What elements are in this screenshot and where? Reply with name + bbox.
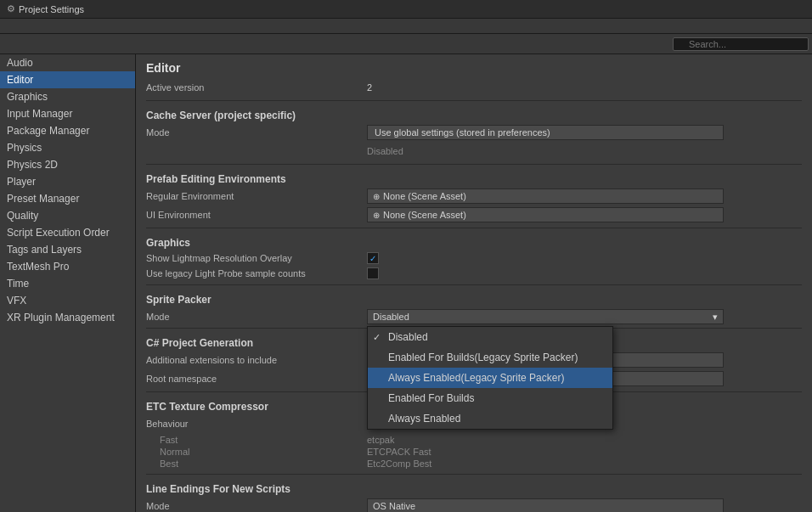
sidebar-item-time[interactable]: Time (0, 275, 135, 292)
etc-normal-value: ETCPACK Fast (367, 447, 431, 457)
active-version-row: Active version 2 (146, 80, 802, 95)
dropdown-label-enabled-for-builds-legacy: Enabled For Builds(Legacy Sprite Packer) (388, 352, 578, 363)
search-bar: 🔍 (0, 34, 812, 54)
sidebar-item-audio[interactable]: Audio (0, 54, 135, 71)
regular-environment-value: None (Scene Asset) (383, 191, 466, 201)
line-endings-mode-button[interactable]: OS Native (367, 498, 724, 512)
divider-4 (146, 284, 802, 285)
additional-extensions-label: Additional extensions to include (146, 355, 367, 365)
sprite-packer-mode-row: Mode Disabled ▾ (146, 309, 802, 324)
dropdown-item-enabled-for-builds-legacy[interactable]: Enabled For Builds(Legacy Sprite Packer) (368, 347, 612, 368)
sidebar: Audio Editor Graphics Input Manager Pack… (0, 54, 136, 512)
sidebar-item-quality[interactable]: Quality (0, 207, 135, 224)
use-legacy-label: Use legacy Light Probe sample counts (146, 268, 367, 279)
sidebar-item-player[interactable]: Player (0, 173, 135, 190)
ui-environment-row: UI Environment ⊕ None (Scene Asset) (146, 207, 802, 222)
use-legacy-checkbox[interactable] (367, 267, 379, 279)
show-lightmap-checkbox[interactable]: ✓ (367, 252, 379, 264)
etc-best-label: Best (146, 459, 367, 469)
line-endings-heading: Line Endings For New Scripts (146, 483, 802, 495)
main-layout: Audio Editor Graphics Input Manager Pack… (0, 54, 812, 512)
sidebar-item-graphics[interactable]: Graphics (0, 88, 135, 105)
active-version-value: 2 (367, 82, 802, 93)
regular-environment-label: Regular Environment (146, 191, 367, 201)
sidebar-item-input-manager[interactable]: Input Manager (0, 105, 135, 122)
dropdown-label-disabled: Disabled (388, 331, 428, 343)
sprite-packer-dropdown-overlay: ✓ Disabled Enabled For Builds(Legacy Spr… (367, 326, 613, 430)
sprite-packer-heading: Sprite Packer (146, 294, 802, 306)
divider-7 (146, 474, 802, 475)
etc-fast-row: Fast etcpak (146, 435, 802, 445)
divider-1 (146, 100, 802, 101)
cache-server-mode-button[interactable]: Use global settings (stored in preferenc… (367, 125, 724, 140)
scene-icon: ⊕ (373, 192, 380, 201)
sidebar-item-vfx[interactable]: VFX (0, 292, 135, 309)
sidebar-item-editor[interactable]: Editor (0, 71, 135, 88)
cache-server-status-row: Disabled (146, 143, 802, 159)
title-bar: ⚙ Project Settings (0, 0, 812, 19)
window-title: Project Settings (19, 4, 84, 14)
show-lightmap-label: Show Lightmap Resolution Overlay (146, 253, 367, 263)
sidebar-item-tags-and-layers[interactable]: Tags and Layers (0, 241, 135, 258)
dropdown-label-always-enabled: Always Enabled (388, 413, 460, 425)
etc-behaviour-label: Behaviour (146, 419, 367, 429)
cache-server-mode-row: Mode Use global settings (stored in pref… (146, 125, 802, 140)
dropdown-item-enabled-for-builds[interactable]: Enabled For Builds (368, 388, 612, 408)
divider-2 (146, 164, 802, 165)
etc-normal-row: Normal ETCPACK Fast (146, 447, 802, 457)
sidebar-item-xr-plugin-management[interactable]: XR Plugin Management (0, 309, 135, 326)
cache-server-heading: Cache Server (project specific) (146, 110, 802, 121)
ui-environment-label: UI Environment (146, 210, 367, 220)
graphics-heading: Graphics (146, 237, 802, 249)
sidebar-item-script-execution-order[interactable]: Script Execution Order (0, 224, 135, 241)
chevron-down-icon: ▾ (713, 312, 718, 323)
settings-icon: ⚙ (7, 3, 15, 14)
sprite-packer-mode-dropdown[interactable]: Disabled ▾ (367, 309, 724, 324)
etc-fast-label: Fast (146, 435, 367, 445)
search-container: 🔍 (673, 37, 809, 51)
sprite-packer-mode-value: Disabled (373, 312, 409, 322)
sidebar-item-package-manager[interactable]: Package Manager (0, 122, 135, 139)
sidebar-item-physics[interactable]: Physics (0, 139, 135, 156)
ui-environment-button[interactable]: ⊕ None (Scene Asset) (367, 207, 724, 222)
divider-3 (146, 228, 802, 228)
line-endings-mode-label: Mode (146, 501, 367, 511)
cache-server-status-value: Disabled (367, 146, 403, 156)
dropdown-item-always-enabled-legacy[interactable]: Always Enabled(Legacy Sprite Packer) (368, 368, 612, 388)
show-lightmap-row: Show Lightmap Resolution Overlay ✓ (146, 252, 802, 264)
dropdown-item-always-enabled[interactable]: Always Enabled (368, 408, 612, 429)
use-legacy-row: Use legacy Light Probe sample counts (146, 267, 802, 279)
check-icon-disabled: ✓ (373, 332, 381, 343)
etc-normal-label: Normal (146, 447, 367, 457)
regular-environment-button[interactable]: ⊕ None (Scene Asset) (367, 188, 724, 204)
line-endings-mode-row: Mode OS Native (146, 498, 802, 512)
dropdown-item-disabled[interactable]: ✓ Disabled (368, 327, 612, 347)
sidebar-item-physics-2d[interactable]: Physics 2D (0, 156, 135, 173)
sprite-packer-mode-label: Mode (146, 312, 367, 322)
prefab-editing-heading: Prefab Editing Environments (146, 173, 802, 185)
etc-best-value: Etc2Comp Best (367, 459, 431, 469)
content-area: Editor Active version 2 Cache Server (pr… (136, 54, 812, 512)
dropdown-label-enabled-for-builds: Enabled For Builds (388, 392, 474, 404)
tab-bar (0, 19, 812, 34)
ui-environment-value: None (Scene Asset) (383, 210, 466, 220)
search-input[interactable] (673, 37, 809, 51)
etc-best-row: Best Etc2Comp Best (146, 459, 802, 469)
dropdown-label-always-enabled-legacy: Always Enabled(Legacy Sprite Packer) (388, 372, 564, 384)
regular-environment-row: Regular Environment ⊕ None (Scene Asset) (146, 188, 802, 204)
sidebar-item-textmesh-pro[interactable]: TextMesh Pro (0, 258, 135, 275)
page-title: Editor (146, 61, 802, 75)
etc-fast-value: etcpak (367, 435, 394, 445)
sidebar-item-preset-manager[interactable]: Preset Manager (0, 190, 135, 207)
active-version-label: Active version (146, 82, 367, 93)
cache-server-mode-label: Mode (146, 127, 367, 138)
scene-icon-2: ⊕ (373, 211, 380, 220)
root-namespace-label: Root namespace (146, 374, 367, 384)
